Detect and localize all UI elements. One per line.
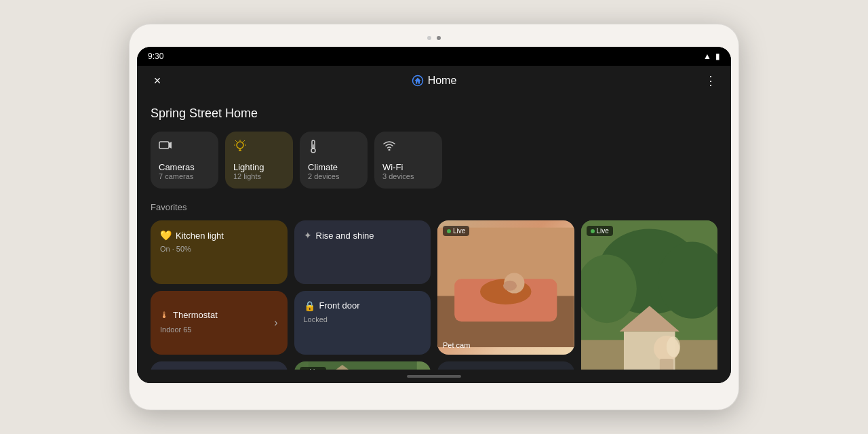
thermostat-info: 🌡 Thermostat Indoor 65: [160, 310, 274, 335]
outdoor-cam-visual: [581, 220, 718, 370]
thermostat-icon: 🌡: [160, 310, 169, 320]
wifi-name: Wi-Fi: [382, 162, 434, 172]
outdoor-live-dot: [591, 229, 595, 233]
svg-point-12: [311, 149, 315, 153]
close-button[interactable]: ×: [148, 71, 167, 90]
cameras-count: 7 cameras: [159, 172, 210, 180]
svg-rect-1: [159, 142, 169, 149]
menu-button[interactable]: ⋮: [701, 71, 720, 90]
kitchen-light-name: Kitchen light: [176, 231, 224, 241]
wifi-count: 3 devices: [382, 172, 434, 180]
kitchen-light-icon: 💛: [160, 230, 172, 241]
front-door-icon: 🔒: [304, 300, 315, 311]
climate-icon: [308, 140, 359, 157]
rise-shine-name: Rise and shine: [316, 231, 374, 241]
screen: 9:30 ▲ ▮ × Home ⋮ Spring Street Home: [137, 47, 731, 383]
pet-cam-visual: [437, 220, 574, 355]
svg-point-30: [666, 336, 679, 357]
battery-status-icon: ▮: [715, 52, 720, 61]
main-content: Spring Street Home Cameras 7 cameras: [137, 96, 731, 370]
bottom-bar: [137, 370, 731, 383]
rise-shine-icon: ✦: [304, 230, 312, 241]
wifi-icon: [382, 140, 434, 154]
indoor-cam-live-text: Live: [310, 368, 322, 370]
device-frame: 9:30 ▲ ▮ × Home ⋮ Spring Street Home: [129, 24, 739, 410]
status-time: 9:30: [148, 52, 163, 61]
lighting-icon: [233, 140, 285, 157]
svg-rect-29: [659, 359, 673, 370]
kitchen-light-status: On · 50%: [160, 245, 278, 253]
outdoor-cam-live-badge: Live: [587, 226, 613, 236]
fav-indoor-cam[interactable]: Live: [294, 361, 431, 370]
live-dot: [447, 229, 451, 233]
pet-cam-bg: [437, 220, 574, 355]
category-climate[interactable]: Climate 2 devices: [300, 132, 368, 189]
svg-point-20: [503, 281, 517, 291]
status-bar: 9:30 ▲ ▮: [137, 47, 731, 66]
app-title: Home: [412, 75, 457, 87]
lighting-name: Lighting: [233, 162, 285, 172]
google-home-icon: [412, 75, 424, 87]
thermostat-status: Indoor 65: [160, 326, 191, 334]
wifi-status-icon: ▲: [703, 52, 711, 61]
camera-dot-1: [427, 36, 431, 40]
camera-dot-2: [437, 36, 441, 40]
cameras-icon: [159, 140, 210, 154]
svg-point-14: [389, 149, 391, 151]
climate-count: 2 devices: [308, 172, 359, 180]
fav-broadcast[interactable]: 👥 Broadcast: [437, 361, 574, 370]
fav-kitchen-light[interactable]: 💛 Kitchen light On · 50%: [151, 220, 288, 284]
thermostat-chevron: ›: [274, 317, 277, 329]
favorites-grid: 💛 Kitchen light On · 50% ✦ Rise and shin…: [151, 220, 717, 370]
fav-pet-cam[interactable]: Live Pet cam: [437, 220, 574, 355]
outdoor-cam-bg: [581, 220, 718, 370]
lighting-count: 12 lights: [233, 172, 285, 180]
home-indicator: [407, 375, 461, 378]
fav-thermostat[interactable]: 🌡 Thermostat Indoor 65 ›: [151, 291, 288, 355]
favorites-label: Favorites: [151, 202, 717, 212]
front-door-name: Front door: [319, 300, 360, 311]
categories-row: Cameras 7 cameras: [151, 132, 717, 189]
category-lighting[interactable]: Lighting 12 lights: [225, 132, 293, 189]
pet-cam-live-badge: Live: [443, 226, 469, 236]
climate-name: Climate: [308, 162, 359, 172]
home-title: Spring Street Home: [151, 106, 717, 121]
pet-cam-live-text: Live: [453, 227, 465, 235]
category-cameras[interactable]: Cameras 7 cameras: [151, 132, 218, 189]
svg-line-9: [243, 140, 245, 142]
thermostat-name: Thermostat: [173, 310, 218, 320]
fav-front-door[interactable]: 🔒 Front door Locked: [294, 291, 431, 355]
svg-line-7: [235, 140, 237, 142]
top-bar: × Home ⋮: [137, 66, 731, 96]
category-wifi[interactable]: Wi-Fi 3 devices: [374, 132, 442, 189]
indoor-cam-live-badge: Live: [300, 367, 326, 370]
svg-point-3: [237, 142, 243, 149]
fav-rise-shine[interactable]: ✦ Rise and shine: [294, 220, 431, 284]
device-top-bar: [137, 32, 731, 44]
cameras-name: Cameras: [159, 162, 210, 172]
front-door-status: Locked: [304, 315, 422, 323]
outdoor-cam-live-text: Live: [597, 227, 609, 235]
app-title-text: Home: [428, 75, 457, 87]
pet-cam-label: Pet cam: [443, 341, 470, 349]
fav-bedtime[interactable]: ✦ Bedtime: [151, 361, 288, 370]
status-icons: ▲ ▮: [703, 52, 720, 61]
fav-outdoor-cam[interactable]: Live: [581, 220, 718, 370]
